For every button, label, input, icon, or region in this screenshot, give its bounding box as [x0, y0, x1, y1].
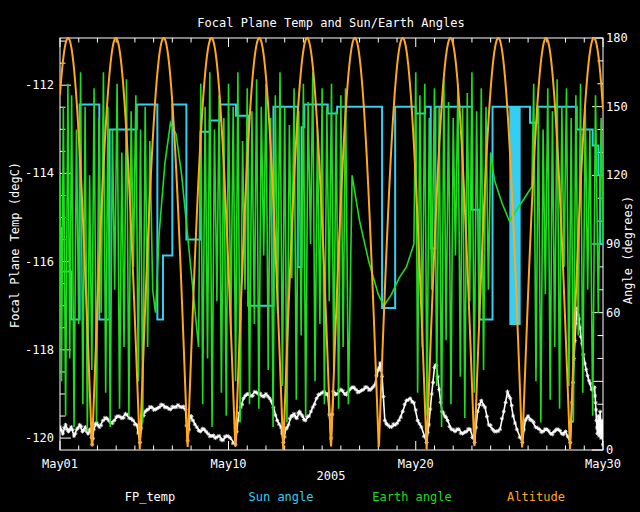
y-right-tick-label: 180: [606, 31, 628, 45]
legend-item-altitude: Altitude: [507, 490, 565, 504]
y-left-tick-label: -118: [25, 343, 54, 357]
legend-item-sun-angle: Sun angle: [248, 490, 313, 504]
x-axis-tick-label: May30: [585, 457, 621, 471]
y-left-tick-label: -116: [25, 255, 54, 269]
y-right-tick-label: 90: [606, 237, 620, 251]
y-right-tick-label: 120: [606, 168, 628, 182]
x-axis-tick-label: May20: [398, 457, 434, 471]
chart-plot-area: May01May10May20May30-112-114-116-118-120…: [0, 0, 640, 512]
y-axis-left-title: Focal Plane Temp (degC): [8, 162, 22, 328]
y-right-tick-label: 0: [606, 443, 613, 457]
chart-title: Focal Plane Temp and Sun/Earth Angles: [197, 16, 464, 30]
y-left-tick-label: -114: [25, 166, 54, 180]
chart-window: May01May10May20May30-112-114-116-118-120…: [0, 0, 640, 512]
x-axis-tick-label: May01: [42, 457, 78, 471]
y-left-tick-label: -112: [25, 78, 54, 92]
x-axis-year-label: 2005: [317, 469, 346, 483]
series-earth-angle-line: [60, 72, 603, 431]
legend-item-earth-angle: Earth angle: [372, 490, 451, 504]
x-axis-tick-label: May10: [210, 457, 246, 471]
y-left-tick-label: -120: [25, 431, 54, 445]
legend-item-fp-temp: FP_temp: [125, 490, 176, 504]
y-right-tick-label: 150: [606, 100, 628, 114]
y-axis-right-title: Angle (degrees): [621, 196, 635, 304]
y-right-tick-label: 60: [606, 306, 620, 320]
